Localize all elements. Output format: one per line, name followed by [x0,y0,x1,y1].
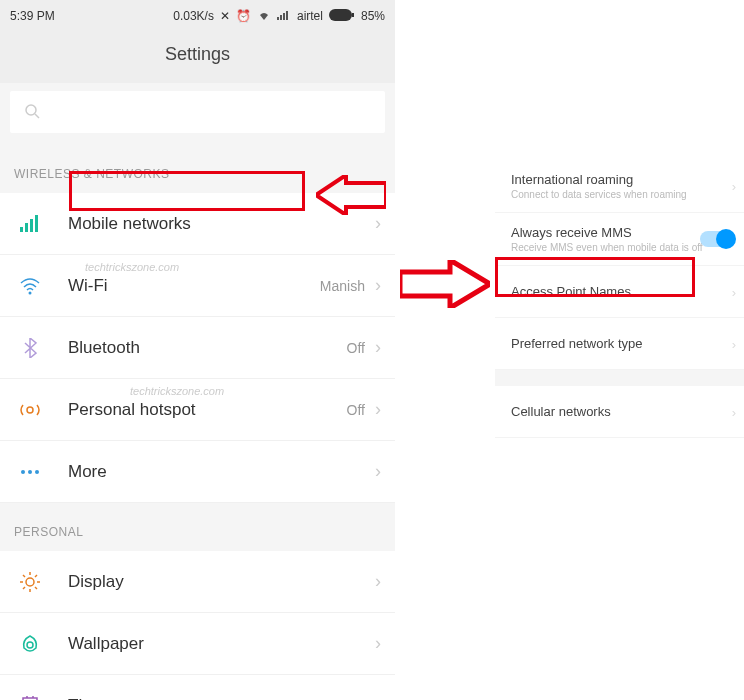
display-icon [14,572,46,592]
toggle-on[interactable] [700,231,734,247]
signal-bars-icon [14,215,46,233]
svg-rect-4 [329,9,352,21]
chevron-right-icon: › [732,284,736,299]
wifi-icon [14,277,46,295]
svg-point-26 [27,642,33,648]
row-label: Personal hotspot [68,400,347,420]
svg-point-15 [28,470,32,474]
row-label: Access Point Names [511,284,724,299]
row-intl-roaming[interactable]: International roaming Connect to data se… [495,160,744,213]
row-display[interactable]: Display › [0,551,395,613]
section-personal-title: PERSONAL [0,503,395,551]
svg-rect-10 [30,219,33,232]
speed-label: 0.03K/s [173,9,214,23]
svg-point-13 [27,407,33,413]
search-input[interactable] [10,91,385,133]
row-themes[interactable]: Themes › [0,675,395,700]
row-value: Manish [320,278,365,294]
watermark: techtrickszone.com [130,385,224,397]
svg-line-25 [23,587,25,589]
row-sub: Connect to data services when roaming [511,189,724,200]
row-label: International roaming [511,172,724,187]
svg-point-16 [35,470,39,474]
chevron-right-icon: › [375,337,381,358]
row-label: Always receive MMS [511,225,724,240]
bluetooth-icon [14,338,46,358]
wallpaper-icon [14,634,46,654]
svg-line-22 [23,575,25,577]
chevron-right-icon: › [375,695,381,700]
watermark: techtrickszone.com [85,261,179,273]
row-label: Display [68,572,375,592]
carrier-label: airtel [297,9,323,23]
row-label: More [68,462,375,482]
svg-rect-3 [286,11,288,20]
section-wireless-title: WIRELESS & NETWORKS [0,145,395,193]
search-icon [24,103,42,121]
svg-point-14 [21,470,25,474]
wifi-icon [257,9,271,24]
chevron-right-icon: › [732,404,736,419]
chevron-right-icon: › [375,213,381,234]
row-mobile-networks[interactable]: Mobile networks › [0,193,395,255]
chevron-right-icon: › [375,571,381,592]
status-icons: 0.03K/s ✕ ⏰ airtel 85% [173,9,385,24]
row-label: Cellular networks [511,404,724,419]
svg-rect-0 [277,17,279,20]
alarm-icon: ⏰ [236,9,251,23]
svg-rect-5 [352,13,354,17]
row-always-mms[interactable]: Always receive MMS Receive MMS even when… [495,213,744,266]
chevron-right-icon: › [732,179,736,194]
gap [495,370,744,386]
status-bar: 5:39 PM 0.03K/s ✕ ⏰ airtel 85% [0,0,395,32]
svg-rect-11 [35,215,38,232]
svg-rect-1 [280,15,282,20]
svg-rect-8 [20,227,23,232]
svg-point-6 [26,105,36,115]
row-label: Mobile networks [68,214,375,234]
row-preferred-network[interactable]: Preferred network type › [495,318,744,370]
row-label: Wallpaper [68,634,375,654]
row-cellular-networks[interactable]: Cellular networks › [495,386,744,438]
page-title: Settings [0,32,395,83]
hotspot-icon [14,401,46,419]
chevron-right-icon: › [732,336,736,351]
signal-icon [277,9,291,24]
row-wifi[interactable]: Wi-Fi Manish › [0,255,395,317]
row-label: Preferred network type [511,336,724,351]
svg-line-7 [35,114,39,118]
svg-rect-9 [25,223,28,232]
row-bluetooth[interactable]: Bluetooth Off › [0,317,395,379]
svg-line-23 [35,587,37,589]
row-apn[interactable]: Access Point Names › [495,266,744,318]
row-label: Wi-Fi [68,276,320,296]
dnd-icon: ✕ [220,9,230,23]
svg-line-24 [35,575,37,577]
chevron-right-icon: › [375,633,381,654]
chevron-right-icon: › [375,275,381,296]
chevron-right-icon: › [375,461,381,482]
row-value: Off [347,402,365,418]
svg-rect-2 [283,13,285,20]
more-icon [14,469,46,475]
svg-point-17 [26,578,34,586]
battery-icon [329,9,355,24]
row-value: Off [347,340,365,356]
chevron-right-icon: › [375,399,381,420]
row-more[interactable]: More › [0,441,395,503]
svg-point-12 [29,291,32,294]
battery-label: 85% [361,9,385,23]
row-wallpaper[interactable]: Wallpaper › [0,613,395,675]
row-sub: Receive MMS even when mobile data is off [511,242,724,253]
row-label: Themes [68,696,375,701]
row-label: Bluetooth [68,338,347,358]
time-label: 5:39 PM [10,9,55,23]
themes-icon [14,696,46,701]
